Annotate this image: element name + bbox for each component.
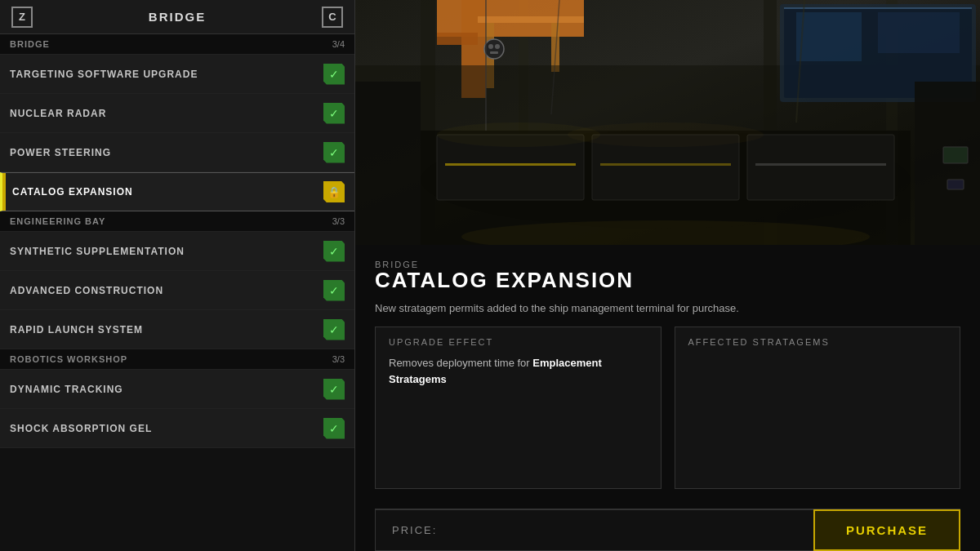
section-bridge-label: BRIDGE: [10, 39, 50, 49]
svg-point-14: [495, 44, 500, 49]
item-synthetic-supplementation[interactable]: SYNTHETIC SUPPLEMENTATION ✓: [0, 232, 354, 271]
details-row: UPGRADE EFFECT Removes deployment time f…: [375, 327, 960, 490]
item-dynamic-tracking[interactable]: DYNAMIC TRACKING ✓: [0, 370, 354, 409]
check-icon-synthetic: ✓: [323, 241, 345, 262]
upgrade-list: BRIDGE 3/4 TARGETING SOFTWARE UPGRADE ✓ …: [0, 34, 354, 551]
lock-icon-catalog: 🔒: [323, 181, 345, 202]
svg-point-39: [568, 122, 764, 147]
key-c[interactable]: C: [322, 7, 343, 28]
price-section: PRICE:: [375, 509, 813, 551]
svg-rect-21: [878, 12, 960, 53]
svg-rect-34: [947, 180, 964, 189]
check-icon-dynamic: ✓: [323, 379, 345, 400]
svg-rect-9: [478, 16, 584, 23]
item-description: New stratagem permits added to the ship …: [375, 300, 960, 317]
item-image: [355, 0, 980, 245]
affected-stratagems-label: AFFECTED STRATAGEMS: [688, 337, 947, 347]
info-panel: BRIDGE CATALOG EXPANSION New stratagem p…: [355, 245, 980, 551]
main-layout: Z BRIDGE C BRIDGE 3/4 TARGETING SOFTWARE…: [0, 0, 980, 551]
header-title: BRIDGE: [149, 10, 206, 24]
svg-rect-29: [755, 163, 886, 166]
section-robotics-count: 3/3: [332, 354, 345, 364]
upgrade-effect-content: Removes deployment time for Emplacement …: [389, 355, 648, 389]
item-title: CATALOG EXPANSION: [375, 269, 960, 291]
svg-rect-33: [943, 147, 968, 163]
svg-rect-27: [445, 163, 576, 166]
item-shock-absorption-gel[interactable]: SHOCK ABSORPTION GEL ✓: [0, 409, 354, 448]
svg-rect-8: [437, 33, 478, 45]
ship-scene-svg: [355, 0, 980, 245]
left-panel: Z BRIDGE C BRIDGE 3/4 TARGETING SOFTWARE…: [0, 0, 355, 551]
svg-point-13: [488, 44, 493, 49]
section-robotics-header: ROBOTICS WORKSHOP 3/3: [0, 349, 354, 370]
affected-stratagems-box: AFFECTED STRATAGEMS: [675, 327, 961, 490]
svg-point-12: [484, 39, 504, 59]
section-robotics-label: ROBOTICS WORKSHOP: [10, 354, 127, 364]
item-catalog-expansion[interactable]: CATALOG EXPANSION 🔒: [0, 172, 354, 211]
selected-accent: [2, 173, 6, 211]
check-icon-advanced: ✓: [323, 280, 345, 301]
section-engineering-header: ENGINEERING BAY 3/3: [0, 211, 354, 232]
bottom-bar: PRICE: PURCHASE: [375, 509, 960, 551]
check-icon-nuclear: ✓: [323, 103, 345, 124]
svg-rect-20: [796, 12, 862, 61]
key-z[interactable]: Z: [11, 7, 33, 28]
upgrade-effect-box: UPGRADE EFFECT Removes deployment time f…: [375, 327, 662, 490]
upgrade-effect-label: UPGRADE EFFECT: [389, 337, 648, 347]
item-nuclear-radar[interactable]: NUCLEAR RADAR ✓: [0, 94, 354, 133]
item-targeting-software-upgrade[interactable]: TARGETING SOFTWARE UPGRADE ✓: [0, 55, 354, 94]
right-panel: BRIDGE CATALOG EXPANSION New stratagem p…: [355, 0, 980, 551]
check-icon-power: ✓: [323, 142, 345, 163]
section-bridge-count: 3/4: [332, 39, 345, 49]
header-bar: Z BRIDGE C: [0, 0, 354, 34]
price-label: PRICE:: [392, 524, 437, 536]
item-rapid-launch-system[interactable]: RAPID LAUNCH SYSTEM ✓: [0, 310, 354, 349]
item-advanced-construction[interactable]: ADVANCED CONSTRUCTION ✓: [0, 271, 354, 310]
section-engineering-count: 3/3: [332, 216, 345, 226]
check-icon-shock: ✓: [323, 418, 345, 439]
svg-rect-28: [600, 163, 731, 166]
svg-rect-31: [355, 82, 421, 245]
purchase-button[interactable]: PURCHASE: [813, 509, 960, 551]
item-power-steering[interactable]: POWER STEERING ✓: [0, 133, 354, 172]
check-icon-rapid: ✓: [323, 319, 345, 340]
check-icon-targeting: ✓: [323, 64, 345, 85]
section-bridge-header: BRIDGE 3/4: [0, 34, 354, 55]
svg-rect-26: [747, 135, 894, 200]
svg-rect-15: [490, 51, 498, 54]
section-engineering-label: ENGINEERING BAY: [10, 216, 105, 226]
